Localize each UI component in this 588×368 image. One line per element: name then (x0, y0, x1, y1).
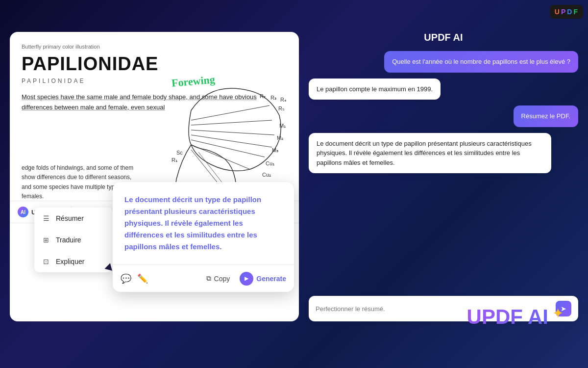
message-user-2: Résumez le PDF. (514, 105, 578, 127)
updf-logo: UPDF (550, 5, 583, 19)
footer-comment-icon[interactable]: 💬 (121, 273, 131, 284)
generate-label: Generate (256, 275, 286, 283)
updf-ai-icon: AI (18, 207, 28, 217)
svg-line-4 (191, 140, 265, 157)
svg-line-2 (191, 130, 274, 135)
ai-summary-popup: Le document décrit un type de papillon p… (113, 182, 294, 292)
ai-summary-footer: 💬 ✏️ ⧉ Copy ▶ Generate (113, 264, 294, 292)
svg-text:M₂: M₂ (277, 135, 283, 141)
brand-text: UPDF AI (467, 305, 548, 328)
ai-summary-text: Le document décrit un type de papillon p… (124, 194, 282, 253)
ai-panel: UPDF AI Quelle est l'année où le nombre … (309, 32, 578, 321)
logo-letter-f: F (573, 8, 578, 16)
message-user-1: Quelle est l'année où le nombre de papil… (384, 51, 578, 73)
generate-play-icon: ▶ (240, 272, 253, 286)
dropdown-item-label-traduire: Traduire (56, 236, 81, 244)
explain-icon: ⊡ (41, 257, 51, 266)
ai-panel-title: UPDF AI (309, 32, 578, 43)
logo-letter-u: U (555, 8, 560, 16)
brand-sparkle-icon: ✦ (552, 306, 564, 321)
dropdown-item-label-resume: Résumer (56, 214, 84, 222)
svg-text:Cu₁: Cu₁ (266, 160, 274, 166)
message-ai-2-text: Le document décrit un type de papillon p… (317, 140, 532, 166)
copy-button[interactable]: ⧉ Copy (206, 274, 230, 283)
svg-line-1 (191, 120, 272, 125)
updf-ai-brand: UPDF AI✦ (467, 305, 564, 329)
copy-label: Copy (214, 275, 230, 283)
svg-text:R₁: R₁ (172, 157, 177, 163)
pdf-panel: Butterfly primary color illustration PAP… (10, 32, 299, 321)
svg-line-3 (191, 135, 272, 147)
svg-text:R₂: R₂ (260, 93, 266, 99)
main-container: Butterfly primary color illustration PAP… (10, 32, 578, 336)
generate-button[interactable]: ▶ Generate (240, 272, 286, 286)
dropdown-item-expliquer[interactable]: ⊡ Expliquer (34, 251, 113, 272)
message-ai-1-text: Le papillon compte le maximum en 1999. (317, 85, 433, 93)
copy-icon: ⧉ (206, 274, 211, 283)
list-icon: ☰ (41, 213, 51, 223)
dropdown-item-traduire[interactable]: ⊞ Traduire (34, 229, 113, 251)
svg-text:R₅: R₅ (278, 105, 284, 111)
message-user-2-text: Résumez le PDF. (521, 112, 570, 120)
svg-text:M₁: M₁ (279, 123, 286, 129)
translate-icon: ⊞ (41, 235, 51, 245)
message-user-1-text: Quelle est l'année où le nombre de papil… (392, 58, 570, 65)
message-ai-1: Le papillon compte le maximum en 1999. (309, 79, 441, 100)
ai-messages: Quelle est l'année où le nombre de papil… (309, 51, 578, 290)
svg-text:R₄: R₄ (280, 97, 287, 103)
svg-text:M₃: M₃ (272, 147, 278, 153)
svg-text:Sc: Sc (176, 150, 183, 156)
message-ai-2: Le document décrit un type de papillon p… (309, 133, 551, 174)
pdf-subtitle: Butterfly primary color illustration (22, 44, 287, 50)
svg-text:Cu₂: Cu₂ (262, 172, 271, 178)
dropdown-menu: ☰ Résumer ⊞ Traduire ⊡ Expliquer (34, 208, 113, 272)
svg-text:R₃: R₃ (270, 95, 276, 101)
logo-letter-p: P (561, 8, 566, 16)
footer-highlight-icon[interactable]: ✏️ (137, 273, 148, 284)
dropdown-item-label-expliquer: Expliquer (56, 258, 84, 265)
logo-letter-d: D (567, 8, 572, 16)
dropdown-item-resume[interactable]: ☰ Résumer (34, 208, 113, 229)
svg-line-0 (191, 105, 270, 120)
